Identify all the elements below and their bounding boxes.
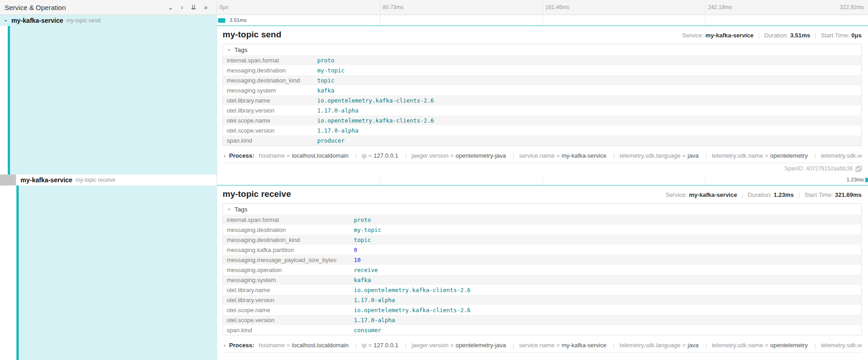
equals-sign: =: [765, 152, 769, 159]
span-detail-meta: Service:my-kafka-serviceDuration:3.51msS…: [682, 32, 862, 39]
tag-value: consumer: [350, 325, 861, 335]
tags-accordion-header[interactable]: ⌄ Tags: [223, 44, 861, 55]
tags-table: internal.span.format proto messaging.des…: [223, 55, 861, 145]
process-accordion-header[interactable]: › Process: hostname=localhost.localdomai…: [223, 149, 862, 163]
process-label: Process:: [229, 152, 254, 159]
meta-start-time: Start Time:321.69ms: [794, 191, 862, 198]
process-item: jaeger.version=opentelemetry-java: [400, 342, 506, 349]
ruler-tick-label: 322.92ms: [840, 4, 864, 10]
expand-one-icon[interactable]: ›: [181, 4, 183, 10]
chevron-down-icon: ⌄: [227, 206, 231, 211]
span-duration-label: 1.23ms: [847, 175, 864, 185]
span-name-cell[interactable]: ⌄ my-kafka-service my-topic send: [0, 15, 217, 26]
ruler-tick: 242.19ms: [705, 0, 732, 15]
process-key: ip: [362, 342, 366, 349]
tags-accordion-header[interactable]: ⌄ Tags: [223, 204, 861, 215]
tag-key: span.kind: [223, 325, 350, 335]
process-item: telemetry.sdk.version=1.17.0: [810, 152, 862, 159]
process-item: telemetry.sdk.name=opentelemetry: [700, 152, 808, 159]
tag-row: messaging.system kafka: [223, 275, 861, 285]
equals-sign: =: [765, 342, 769, 349]
meta-service: Service:my-kafka-service: [682, 32, 754, 39]
span-detail-panel: my-topic receive Service:my-kafka-servic…: [217, 185, 868, 360]
tag-row: otel.scope.version 1.17.0-alpha: [223, 315, 861, 325]
tag-key: otel.scope.version: [223, 125, 313, 135]
tag-value: 1.17.0-alpha: [350, 295, 861, 305]
span-detail-row-my-topic-receive: my-topic receive Service:my-kafka-servic…: [0, 185, 868, 360]
tag-value: io.opentelemetry.kafka-clients-2.6: [350, 285, 861, 295]
tag-value: proto: [350, 215, 861, 225]
tag-value: topic: [313, 75, 861, 85]
tag-value: my-topic: [350, 225, 861, 235]
span-tree-indent-guide[interactable]: [0, 175, 16, 185]
meta-start-time-label: Start Time:: [805, 191, 833, 198]
tags-title: Tags: [234, 206, 248, 213]
process-item: telemetry.sdk.language=java: [608, 152, 698, 159]
meta-service-label: Service:: [682, 32, 704, 39]
process-item: hostname=localhost.localdomain: [259, 342, 348, 349]
tag-key: otel.library.version: [223, 105, 313, 115]
spanid-label: SpanID:: [785, 165, 804, 172]
tag-value: 0: [350, 245, 861, 255]
span-detail-panel: my-topic send Service:my-kafka-serviceDu…: [217, 26, 868, 175]
process-value: opentelemetry: [770, 342, 808, 349]
process-item: telemetry.sdk.version=1.17.0: [810, 342, 862, 349]
process-value: java: [688, 152, 699, 159]
collapse-one-icon[interactable]: ⌄: [168, 4, 173, 10]
tag-key: span.kind: [223, 135, 313, 145]
tag-key: otel.library.version: [223, 295, 350, 305]
collapse-caret-icon[interactable]: ⌄: [3, 16, 8, 22]
ruler-tick-label: 0μs: [219, 4, 229, 10]
ruler-tick-label: 80.73ms: [383, 4, 404, 10]
span-bar-cell[interactable]: 1.23ms: [217, 175, 868, 185]
timeline-header-row: Service & Operation ⌄ › ⇊ » 0μs 80.73ms …: [0, 0, 868, 15]
process-key: jaeger.version: [411, 342, 448, 349]
tag-key: otel.scope.name: [223, 115, 313, 125]
process-key: hostname: [259, 342, 285, 349]
expand-all-icon[interactable]: »: [204, 4, 208, 10]
tag-key: messaging.destination: [223, 225, 350, 235]
tag-value: 1.17.0-alpha: [350, 315, 861, 325]
span-offset-fill: [19, 185, 217, 360]
collapse-controls: ⌄ › ⇊ »: [168, 4, 208, 10]
process-item: hostname=localhost.localdomain: [259, 152, 348, 159]
tag-key: otel.scope.version: [223, 315, 350, 325]
tag-key: messaging.system: [223, 275, 350, 285]
process-key: service.name: [519, 342, 554, 349]
span-detail-header: my-topic receive Service:my-kafka-servic…: [223, 189, 862, 199]
span-row-my-topic-receive[interactable]: my-kafka-service my-topic receive 1.23ms: [0, 175, 868, 185]
tag-key: messaging.kafka.partition: [223, 245, 350, 255]
span-duration-label: 3.51ms: [229, 15, 247, 25]
span-row-my-topic-send[interactable]: ⌄ my-kafka-service my-topic send 3.51ms: [0, 15, 868, 26]
service-operation-title: Service & Operation: [5, 4, 66, 11]
copy-spanid-icon[interactable]: [856, 166, 862, 172]
span-detail-header: my-topic send Service:my-kafka-serviceDu…: [223, 30, 862, 40]
equals-sign: =: [286, 342, 290, 349]
meta-service-label: Service:: [665, 191, 687, 198]
tag-row: otel.scope.version 1.17.0-alpha: [223, 125, 861, 135]
tag-key: messaging.operation: [223, 265, 350, 275]
span-bar-cell[interactable]: 3.51ms: [217, 15, 868, 26]
tag-value: proto: [313, 55, 861, 65]
tag-key: internal.span.format: [223, 55, 313, 65]
meta-duration-label: Duration:: [748, 191, 772, 198]
tag-row: messaging.operation receive: [223, 265, 861, 275]
equals-sign: =: [556, 342, 560, 349]
process-value: 127.0.0.1: [374, 342, 398, 349]
span-name-cell[interactable]: my-kafka-service my-topic receive: [0, 175, 217, 185]
process-key: service.name: [519, 152, 554, 159]
process-accordion-header[interactable]: › Process: hostname=localhost.localdomai…: [223, 339, 862, 353]
process-item: jaeger.version=opentelemetry-java: [400, 152, 506, 159]
span-duration-bar[interactable]: [218, 18, 225, 23]
meta-duration-value: 3.51ms: [790, 32, 810, 39]
span-duration-bar[interactable]: [865, 178, 868, 182]
tag-row: span.kind consumer: [223, 325, 861, 335]
meta-duration-value: 1.23ms: [774, 191, 794, 198]
collapse-all-icon[interactable]: ⇊: [191, 4, 196, 10]
tag-value: 10: [350, 255, 861, 265]
tag-row: otel.scope.name io.opentelemetry.kafka-c…: [223, 115, 861, 125]
process-item: ip=127.0.0.1: [350, 152, 398, 159]
chevron-down-icon: ⌄: [227, 46, 231, 51]
process-key: jaeger.version: [411, 152, 448, 159]
process-value: opentelemetry-java: [456, 342, 506, 349]
